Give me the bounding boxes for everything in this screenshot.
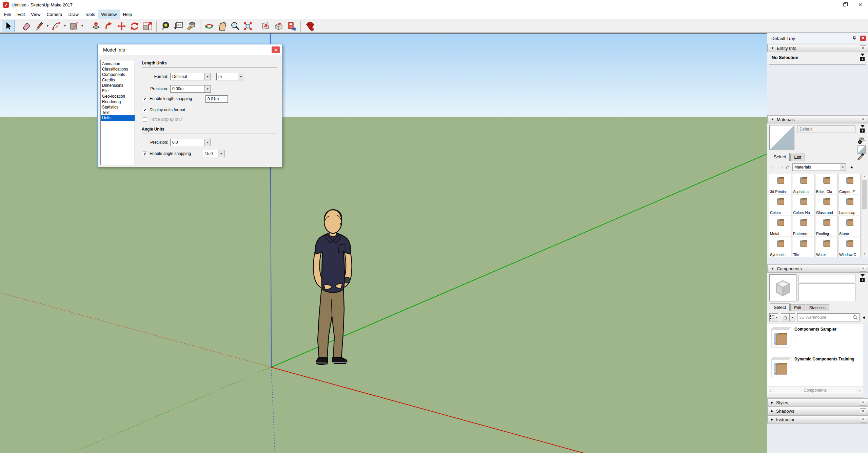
category-classifications[interactable]: Classifications bbox=[101, 66, 135, 72]
material-name-field[interactable]: Default bbox=[797, 125, 855, 133]
minimize-button[interactable] bbox=[821, 0, 837, 9]
home-dropdown-button[interactable]: ▼ bbox=[790, 313, 795, 321]
category-units[interactable]: Units bbox=[101, 115, 135, 121]
pan-tool-button[interactable] bbox=[216, 20, 229, 32]
display-units-checkbox[interactable]: ✔ bbox=[143, 108, 147, 112]
entity-info-details-toggle-icon[interactable]: + bbox=[860, 54, 865, 62]
components-close-button[interactable]: ✕ bbox=[860, 266, 866, 272]
rectangle-tool-button[interactable] bbox=[67, 20, 80, 32]
menu-draw[interactable]: Draw bbox=[65, 9, 82, 19]
enable-length-snapping-row[interactable]: ✔ Enable length snapping bbox=[143, 96, 192, 101]
category-text[interactable]: Text bbox=[101, 110, 135, 115]
material-folder[interactable]: Tile bbox=[792, 237, 814, 257]
category-rendering[interactable]: Rendering bbox=[101, 99, 135, 104]
eraser-tool-button[interactable] bbox=[20, 20, 33, 32]
send-to-layout-button[interactable] bbox=[285, 20, 298, 32]
model-info-category-list[interactable]: Animation Classifications Components Cre… bbox=[100, 60, 135, 165]
scale-tool-button[interactable] bbox=[141, 20, 154, 32]
menu-view[interactable]: View bbox=[28, 9, 43, 19]
view-options-button[interactable]: ▼ bbox=[769, 313, 778, 321]
details-arrow-icon[interactable]: ➧ bbox=[862, 314, 866, 321]
materials-tab-edit[interactable]: Edit bbox=[790, 154, 805, 161]
category-file[interactable]: File bbox=[101, 88, 135, 94]
materials-details-toggle-icon[interactable]: + bbox=[860, 125, 865, 133]
components-details-toggle-icon[interactable]: + bbox=[860, 274, 865, 282]
material-folder[interactable]: Carpet, F bbox=[838, 174, 861, 194]
category-statistics[interactable]: Statistics bbox=[101, 104, 135, 110]
tray-close-button[interactable]: ✕ bbox=[860, 36, 866, 41]
entity-info-close-button[interactable]: ✕ bbox=[860, 45, 866, 51]
home-icon[interactable]: ⌂ bbox=[786, 163, 790, 171]
scrollbar-thumb[interactable] bbox=[862, 180, 867, 209]
component-preview-box[interactable] bbox=[769, 274, 796, 301]
material-folder[interactable]: Brick, Cla bbox=[815, 174, 837, 194]
push-pull-tool-button[interactable] bbox=[90, 20, 102, 32]
materials-scrollbar[interactable]: ▲ ▼ bbox=[862, 174, 867, 257]
rotate-tool-button[interactable] bbox=[128, 20, 141, 32]
zoom-extents-tool-button[interactable] bbox=[241, 20, 254, 32]
material-folder[interactable]: Landscap bbox=[838, 195, 861, 215]
back-arrow-icon[interactable]: ⇦ bbox=[771, 164, 775, 171]
list-item[interactable]: Components Sampler bbox=[767, 324, 863, 355]
create-material-icon[interactable] bbox=[857, 136, 866, 144]
pin-icon[interactable] bbox=[852, 36, 856, 41]
move-tool-button[interactable] bbox=[115, 20, 128, 32]
material-folder[interactable]: Glass and bbox=[815, 195, 837, 215]
unit-dropdown[interactable]: m▼ bbox=[216, 73, 244, 80]
close-button[interactable]: ✕ bbox=[852, 0, 868, 9]
share-model-button[interactable] bbox=[272, 20, 285, 32]
styles-header[interactable]: ▶ Styles ✕ bbox=[767, 398, 868, 407]
forward-arrow-icon[interactable]: ⇨ bbox=[778, 164, 783, 171]
material-folder[interactable]: Window C bbox=[838, 237, 861, 257]
menu-file[interactable]: File bbox=[1, 9, 14, 19]
format-dropdown[interactable]: Decimal▼ bbox=[170, 73, 211, 80]
styles-close-button[interactable]: ✕ bbox=[860, 400, 866, 406]
components-horizontal-scrollbar[interactable] bbox=[767, 395, 863, 398]
materials-collection-dropdown[interactable]: Materials▼ bbox=[792, 163, 846, 171]
material-folder[interactable]: Water bbox=[815, 237, 837, 257]
menu-help[interactable]: Help bbox=[120, 9, 135, 19]
material-preview-thumbnail[interactable] bbox=[769, 125, 794, 150]
scale-figure-person[interactable] bbox=[303, 208, 363, 367]
length-precision-dropdown[interactable]: 0.00m▼ bbox=[170, 85, 211, 93]
menu-edit[interactable]: Edit bbox=[14, 9, 28, 19]
get-models-button[interactable] bbox=[259, 20, 272, 32]
materials-close-button[interactable]: ✕ bbox=[860, 117, 866, 122]
angle-precision-dropdown[interactable]: 0.0▼ bbox=[170, 139, 211, 146]
category-components[interactable]: Components bbox=[101, 72, 135, 77]
material-folder[interactable]: 3d Printin bbox=[769, 174, 791, 194]
list-item[interactable]: Dynamic Components Training bbox=[767, 355, 863, 387]
search-icon[interactable] bbox=[852, 314, 858, 320]
angle-snapping-checkbox[interactable]: ✔ bbox=[143, 152, 147, 156]
instructor-header[interactable]: ▶ Instructor ✕ bbox=[767, 415, 868, 424]
component-name-field[interactable] bbox=[798, 275, 855, 282]
components-search-input[interactable] bbox=[797, 315, 852, 320]
category-geo-location[interactable]: Geo-location bbox=[101, 94, 135, 99]
line-tool-button[interactable] bbox=[33, 20, 45, 32]
details-arrow-icon[interactable]: ➧ bbox=[849, 164, 854, 171]
model-info-titlebar[interactable]: Model Info ✕ bbox=[98, 44, 282, 55]
components-tab-statistics[interactable]: Statistics bbox=[806, 304, 829, 311]
rectangle-tool-dropdown[interactable]: ▼ bbox=[80, 20, 84, 32]
display-units-format-row[interactable]: ✔ Display units format bbox=[143, 107, 185, 112]
arc-tool-button[interactable] bbox=[50, 20, 63, 32]
component-description-box[interactable] bbox=[798, 283, 855, 301]
page-forward-icon[interactable]: ⇨ bbox=[856, 388, 861, 394]
select-tool-button[interactable] bbox=[2, 20, 15, 32]
material-folder[interactable]: Colors bbox=[769, 195, 791, 215]
tape-measure-tool-button[interactable] bbox=[159, 20, 172, 32]
shadows-close-button[interactable]: ✕ bbox=[860, 408, 866, 414]
menu-tools[interactable]: Tools bbox=[82, 9, 98, 19]
material-folder[interactable]: Patterns bbox=[792, 216, 814, 236]
material-folder[interactable]: Asphalt a bbox=[792, 174, 814, 194]
components-home-button[interactable]: ⌂ bbox=[781, 313, 790, 321]
angle-snapping-dropdown[interactable]: 15.0▼ bbox=[203, 150, 224, 157]
line-tool-dropdown[interactable]: ▼ bbox=[45, 20, 50, 32]
dialog-close-button[interactable]: ✕ bbox=[272, 46, 280, 53]
extension-warehouse-button[interactable] bbox=[303, 20, 316, 32]
restore-button[interactable] bbox=[837, 0, 852, 9]
menu-camera[interactable]: Camera bbox=[43, 9, 65, 19]
category-dimensions[interactable]: Dimensions bbox=[101, 83, 135, 88]
enable-angle-snapping-row[interactable]: ✔ Enable angle snapping bbox=[143, 151, 191, 156]
arc-tool-dropdown[interactable]: ▼ bbox=[63, 20, 67, 32]
